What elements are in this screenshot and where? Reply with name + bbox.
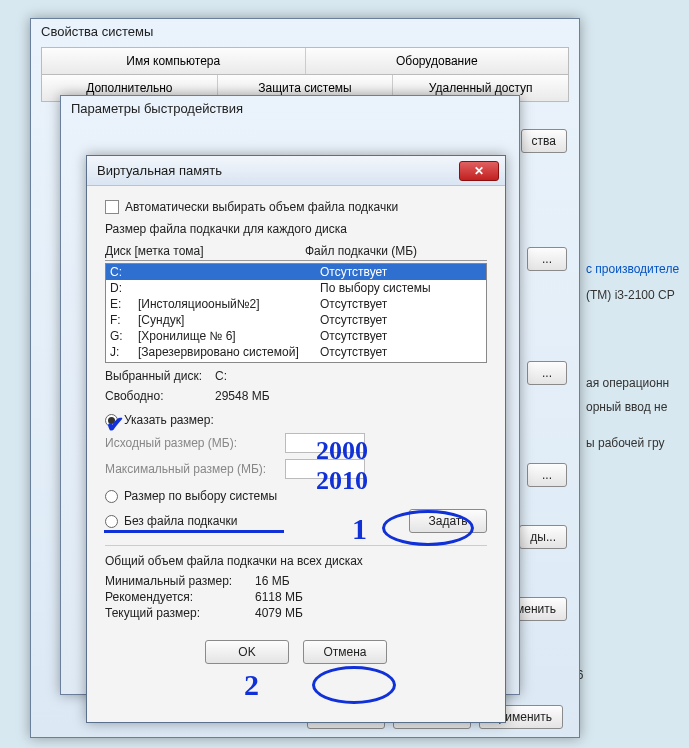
vm-titlebar: Виртуальная память ✕ bbox=[87, 156, 505, 186]
side-button-5[interactable]: ды... bbox=[519, 525, 567, 549]
min-label: Минимальный размер: bbox=[105, 574, 255, 588]
cur-value: 4079 МБ bbox=[255, 606, 303, 620]
rec-value: 6118 МБ bbox=[255, 590, 303, 604]
bg-group: ы рабочей гру bbox=[586, 436, 664, 450]
drive-list[interactable]: C:Отсутствует D:По выбору системы E:[Инс… bbox=[105, 263, 487, 363]
rec-label: Рекомендуется: bbox=[105, 590, 255, 604]
virtual-memory-dialog: Виртуальная память ✕ Автоматически выбир… bbox=[86, 155, 506, 723]
totals-title: Общий объем файла подкачки на всех диска… bbox=[105, 554, 487, 568]
hand-strike bbox=[104, 530, 284, 533]
set-button[interactable]: Задать bbox=[409, 509, 487, 533]
performance-options-title: Параметры быстродействия bbox=[61, 96, 519, 122]
selected-drive-label: Выбранный диск: bbox=[105, 369, 215, 383]
initial-size-input[interactable] bbox=[285, 433, 365, 453]
auto-manage-checkbox[interactable] bbox=[105, 200, 119, 214]
vm-cancel-button[interactable]: Отмена bbox=[303, 640, 387, 664]
auto-manage-label: Автоматически выбирать объем файла подка… bbox=[125, 200, 398, 214]
tabs-row1: Имя компьютера Оборудование bbox=[41, 47, 569, 75]
side-button-4[interactable]: ... bbox=[527, 463, 567, 487]
list-item[interactable]: J:[Зарезервировано системой]Отсутствует bbox=[106, 344, 486, 360]
tab-computer-name[interactable]: Имя компьютера bbox=[42, 48, 306, 74]
selected-drive-value: C: bbox=[215, 369, 227, 383]
system-properties-title: Свойства системы bbox=[31, 19, 579, 47]
radio-custom-label: Указать размер: bbox=[124, 413, 214, 427]
list-item[interactable]: D:По выбору системы bbox=[106, 280, 486, 296]
bg-link[interactable]: с производителе bbox=[586, 262, 679, 276]
cur-label: Текущий размер: bbox=[105, 606, 255, 620]
radio-no-paging-label: Без файла подкачки bbox=[124, 514, 237, 528]
bg-input: орный ввод не bbox=[586, 400, 667, 414]
free-space-label: Свободно: bbox=[105, 389, 215, 403]
radio-system-label: Размер по выбору системы bbox=[124, 489, 277, 503]
bg-os: ая операционн bbox=[586, 376, 669, 390]
list-item[interactable]: E:[Инстоляциооный№2]Отсутствует bbox=[106, 296, 486, 312]
radio-custom-size[interactable] bbox=[105, 414, 118, 427]
side-button-3[interactable]: ... bbox=[527, 361, 567, 385]
close-icon[interactable]: ✕ bbox=[459, 161, 499, 181]
maximum-size-label: Максимальный размер (МБ): bbox=[105, 462, 285, 476]
list-item[interactable]: C:Отсутствует bbox=[106, 264, 486, 280]
col-pagefile: Файл подкачки (МБ) bbox=[305, 244, 417, 258]
col-drive: Диск [метка тома] bbox=[105, 244, 305, 258]
vm-ok-button[interactable]: OK bbox=[205, 640, 289, 664]
initial-size-label: Исходный размер (МБ): bbox=[105, 436, 285, 450]
min-value: 16 МБ bbox=[255, 574, 290, 588]
bg-cpu: (TM) i3-2100 CP bbox=[586, 288, 675, 302]
free-space-value: 29548 МБ bbox=[215, 389, 270, 403]
list-item[interactable]: G:[Хронилище № 6]Отсутствует bbox=[106, 328, 486, 344]
radio-system-managed[interactable] bbox=[105, 490, 118, 503]
list-item[interactable]: F:[Сундук]Отсутствует bbox=[106, 312, 486, 328]
size-each-label: Размер файла подкачки для каждого диска bbox=[105, 222, 487, 236]
tab-hardware[interactable]: Оборудование bbox=[306, 48, 569, 74]
vm-title-text: Виртуальная память bbox=[97, 163, 459, 178]
maximum-size-input[interactable] bbox=[285, 459, 365, 479]
radio-no-paging[interactable] bbox=[105, 515, 118, 528]
side-button-2[interactable]: ... bbox=[527, 247, 567, 271]
side-button-1[interactable]: ства bbox=[521, 129, 567, 153]
